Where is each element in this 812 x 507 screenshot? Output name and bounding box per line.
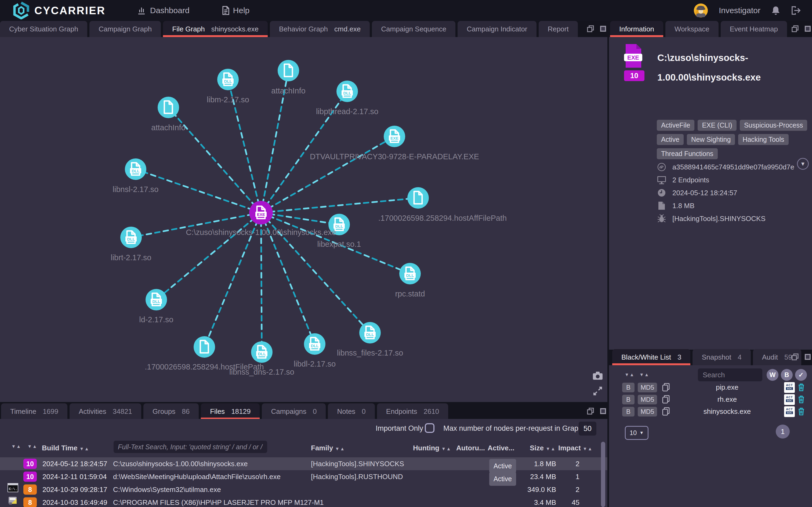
graph-node[interactable]: [278, 60, 299, 81]
column-hunting[interactable]: Hunting ▼▲: [413, 444, 451, 452]
avatar[interactable]: [694, 3, 708, 18]
notifications-bell-icon[interactable]: [771, 6, 780, 15]
popout-icon[interactable]: [792, 353, 799, 360]
graph-node[interactable]: DLL: [399, 263, 421, 284]
table-row[interactable]: C:\.82024-10-29 09:28:17C:\Windows\Syste…: [0, 483, 607, 496]
file-path-cell: C:\Windows\System32\utilman.exe: [113, 483, 221, 496]
popout-icon[interactable]: [587, 25, 594, 32]
delete-trash-icon[interactable]: [798, 395, 806, 404]
maximize-icon[interactable]: [805, 25, 811, 32]
risk-score-badge: 10: [624, 70, 644, 81]
tab-black-white-list[interactable]: Black/White List3: [612, 349, 690, 365]
act-soc-icon[interactable]: ACTSOC: [784, 394, 795, 405]
copy-icon[interactable]: [662, 395, 671, 404]
column-size[interactable]: Size ▼▲: [530, 444, 556, 452]
tab-snapshot[interactable]: Snapshot4: [693, 349, 751, 365]
tab-groups[interactable]: Groups86: [143, 403, 199, 419]
graph-node[interactable]: DLL: [304, 333, 326, 355]
tab-campaigns[interactable]: Campaigns0: [262, 403, 326, 419]
nav-dashboard[interactable]: Dashboard: [138, 6, 189, 15]
tab-timeline[interactable]: Timeline1699: [1, 403, 67, 419]
hash-expand-chevron-down-icon[interactable]: ▼: [797, 158, 809, 170]
tab-event-heatmap[interactable]: Event Heatmap: [721, 21, 787, 37]
tag-badge: Active: [657, 134, 684, 145]
sort-arrows[interactable]: ▼▲: [27, 444, 38, 449]
delete-trash-icon[interactable]: [798, 383, 806, 392]
graph-node[interactable]: DLL: [251, 341, 273, 363]
tab-campaign-indicator[interactable]: Campaign Indicator: [458, 21, 536, 37]
svg-text:DLL: DLL: [366, 332, 374, 337]
maximize-icon[interactable]: [805, 354, 811, 360]
logout-icon[interactable]: [791, 6, 801, 15]
fulltext-search-input[interactable]: [114, 441, 267, 453]
sort-arrows[interactable]: ▼▲: [11, 444, 21, 449]
maximize-icon[interactable]: [600, 408, 606, 414]
act-soc-icon[interactable]: ACTSOC: [784, 406, 795, 417]
column-impact[interactable]: Impact ▼▲: [558, 444, 593, 452]
file-graph-canvas[interactable]: DLLlibm-2.17.soattachInfoattachInfoDLLli…: [0, 37, 607, 402]
sort-arrows[interactable]: ▼▲: [625, 372, 635, 378]
tab-campaign-graph[interactable]: Campaign Graph: [90, 21, 161, 37]
copy-icon[interactable]: [662, 407, 671, 416]
popout-icon[interactable]: [792, 25, 799, 32]
bw-list-row[interactable]: BMD5shinysocks.exeACTSOC: [609, 405, 812, 417]
max-nodes-input[interactable]: 50: [579, 421, 596, 436]
copy-icon[interactable]: [662, 383, 671, 392]
tab-notes[interactable]: Notes0: [328, 403, 374, 419]
graph-node[interactable]: DLL: [217, 69, 239, 90]
table-row[interactable]: 102024-05-12 18:24:57C:\zuso\shinysocks-…: [0, 457, 607, 470]
svg-text:DLL: DLL: [258, 351, 266, 356]
act-soc-icon[interactable]: ACTSOC: [784, 382, 795, 393]
tab-report[interactable]: Report: [539, 21, 578, 37]
tab-label: Audit: [762, 353, 778, 361]
whitelist-filter-button[interactable]: W: [767, 369, 778, 381]
nav-help[interactable]: Help: [222, 6, 250, 15]
maximize-icon[interactable]: [600, 25, 606, 32]
user-name[interactable]: Investigator: [719, 6, 760, 15]
delete-trash-icon[interactable]: [798, 407, 806, 416]
bottom-tab-bar: Timeline1699Activities34821Groups86Files…: [1, 403, 448, 419]
sort-arrows[interactable]: ▼▲: [639, 372, 649, 378]
graph-node[interactable]: [193, 336, 215, 358]
graph-node[interactable]: DLL: [359, 322, 381, 343]
graph-node[interactable]: [407, 187, 429, 209]
graph-node[interactable]: DLL: [120, 227, 142, 248]
graph-node[interactable]: DLL: [337, 80, 358, 102]
page-number-button[interactable]: 1: [776, 425, 790, 439]
bw-list-row[interactable]: BMD5rh.exeACTSOC: [609, 393, 812, 405]
graph-node[interactable]: DLL: [146, 289, 167, 311]
popout-icon[interactable]: [587, 408, 594, 415]
graph-center-node[interactable]: EXE: [249, 201, 273, 225]
tab-information[interactable]: Information: [610, 21, 663, 37]
snapshot-camera-icon[interactable]: [592, 370, 603, 382]
tab-endpoints[interactable]: Endpoints2610: [377, 403, 449, 419]
table-row[interactable]: 102024-12-11 01:59:04d:\WebSite\MeetingH…: [0, 470, 607, 483]
tab-workspace[interactable]: Workspace: [665, 21, 718, 37]
fullscreen-expand-icon[interactable]: [592, 385, 603, 397]
bw-list-row[interactable]: BMD5pip.exeACTSOC: [609, 381, 812, 393]
table-scrollbar[interactable]: [601, 442, 605, 507]
column-build-time[interactable]: Build Time ▼▲: [42, 444, 90, 452]
column-active[interactable]: Active...: [487, 444, 515, 452]
column-family[interactable]: Family ▼▲: [311, 444, 345, 452]
tab-files[interactable]: Files18129: [201, 403, 259, 419]
tab-activities[interactable]: Activities34821: [69, 403, 141, 419]
tab-campaign-sequence[interactable]: Campaign Sequence: [372, 21, 455, 37]
confirm-filter-button[interactable]: ✓: [795, 369, 807, 381]
tab-behavior-graph[interactable]: Behavior Graphcmd.exe: [270, 21, 370, 37]
tab-file-graph[interactable]: File Graphshinysocks.exe: [163, 21, 268, 37]
tab-count: 4: [738, 353, 741, 361]
bw-search-input[interactable]: [698, 369, 762, 381]
graph-node[interactable]: [158, 97, 179, 118]
tab-cyber-situation-graph[interactable]: Cyber Situation Graph: [0, 21, 87, 37]
blacklist-filter-button[interactable]: B: [781, 369, 793, 381]
graph-node-label: libnsl-2.17.so: [113, 185, 159, 193]
important-only-checkbox[interactable]: [425, 423, 434, 433]
table-row[interactable]: 82024-10-03 16:49:49C:\PROGRAM FILES (X8…: [0, 496, 607, 507]
graph-node[interactable]: DLL: [125, 158, 147, 180]
column-autoruns[interactable]: Autoru...: [456, 444, 485, 452]
page-size-select[interactable]: 10▼: [625, 426, 648, 440]
detail-value: a3588941465c74951dd9e07fa9950d7e: [673, 163, 794, 171]
active-status-badge: Active: [489, 470, 514, 483]
graph-node[interactable]: EXE: [384, 126, 405, 147]
